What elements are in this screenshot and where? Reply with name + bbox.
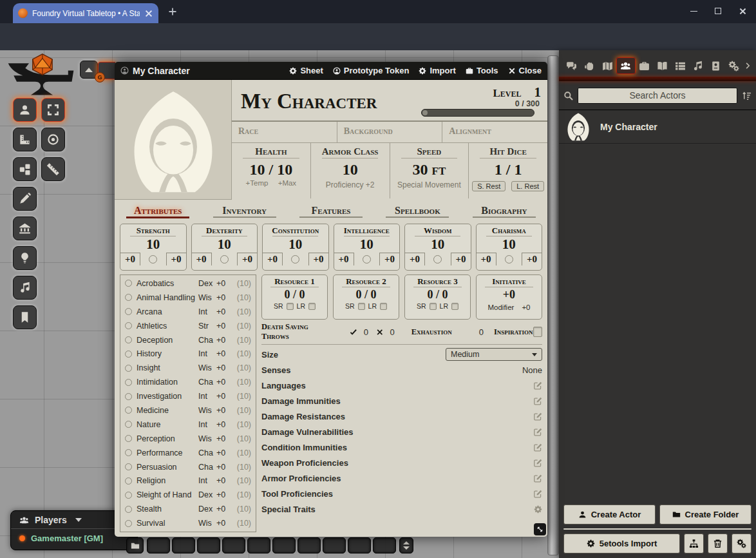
armor-class-value[interactable]: 10 — [311, 160, 390, 179]
skill-row[interactable]: Deception Cha +0 (10) — [120, 333, 256, 347]
macro-slot[interactable] — [197, 537, 220, 553]
sidebar-tab-settings[interactable] — [724, 57, 742, 74]
skill-row[interactable]: Insight Wis +0 (10) — [120, 361, 256, 375]
short-rest-checkbox[interactable] — [287, 303, 294, 310]
skill-row[interactable]: Religion Int +0 (10) — [120, 474, 256, 488]
macro-slot[interactable] — [147, 537, 170, 553]
create-actor-button[interactable]: Create Actor — [563, 505, 656, 524]
ability-name[interactable]: Intelligence — [334, 226, 400, 236]
skill-proficiency-toggle[interactable] — [125, 421, 132, 428]
character-name[interactable]: My Character — [241, 82, 421, 120]
macro-slot[interactable] — [373, 537, 396, 553]
alignment-field[interactable]: Alignment — [442, 122, 547, 142]
ability-save[interactable]: +0 — [405, 253, 425, 265]
search-input[interactable] — [578, 88, 737, 104]
long-rest-checkbox[interactable] — [380, 303, 387, 310]
sidebar-tab-journal[interactable] — [654, 57, 672, 74]
ability-name[interactable]: Dexterity — [192, 226, 258, 236]
size-select[interactable]: Medium — [446, 348, 542, 361]
skill-row[interactable]: Intimidation Cha +0 (10) — [120, 375, 256, 389]
resource-value[interactable]: 0 / 0 — [334, 287, 399, 302]
skill-proficiency-toggle[interactable] — [125, 520, 132, 527]
sidebar-tab-tables[interactable] — [671, 57, 689, 74]
skill-row[interactable]: Stealth Dex +0 (10) — [120, 502, 256, 516]
proficiency-toggle[interactable] — [433, 255, 442, 264]
edit-icon[interactable] — [534, 474, 542, 483]
macro-slot[interactable] — [298, 537, 321, 553]
subtool-target[interactable] — [41, 128, 65, 151]
window-close-button[interactable] — [733, 3, 752, 19]
ability-score[interactable]: 10 — [120, 236, 186, 253]
sheet-tab[interactable]: Spellbook — [374, 205, 460, 222]
ability-mod[interactable]: +0 — [166, 253, 186, 265]
sheet-tab[interactable]: Attributes — [115, 205, 201, 222]
ability-score[interactable]: 10 — [192, 236, 258, 253]
sidebar-collapse-button[interactable] — [742, 57, 752, 74]
skill-proficiency-toggle[interactable] — [125, 477, 132, 485]
ability-name[interactable]: Charisma — [477, 226, 542, 236]
tool-measure-controls[interactable] — [13, 128, 37, 151]
ability-mod[interactable]: +0 — [379, 253, 399, 265]
tool-lighting-controls[interactable] — [13, 246, 37, 270]
skill-proficiency-toggle[interactable] — [125, 506, 132, 513]
sidebar-tab-chat[interactable] — [563, 57, 581, 74]
tool-tile-controls[interactable] — [13, 157, 37, 181]
skill-proficiency-toggle[interactable] — [125, 463, 132, 470]
short-rest-checkbox[interactable] — [430, 303, 437, 310]
window-titlebar[interactable]: My Character Sheet Prototype Token Impor… — [115, 62, 547, 80]
proficiency-toggle[interactable] — [291, 255, 299, 264]
skill-row[interactable]: Sleight of Hand Dex +0 (10) — [120, 488, 256, 502]
skill-row[interactable]: Arcana Int +0 (10) — [120, 305, 256, 319]
health-value[interactable]: 10 / 10 — [232, 160, 310, 179]
inspiration-checkbox[interactable] — [533, 327, 542, 337]
actor-entry[interactable]: My Character — [559, 110, 756, 144]
skill-row[interactable]: Perception Wis +0 (10) — [120, 432, 256, 446]
max-hp-label[interactable]: +Max — [278, 179, 296, 187]
long-rest-checkbox[interactable] — [308, 303, 316, 310]
macro-slot[interactable] — [172, 537, 195, 553]
ability-score[interactable]: 10 — [334, 236, 400, 253]
delete-button[interactable] — [708, 534, 728, 553]
ability-save[interactable]: +0 — [334, 253, 354, 265]
tool-drawing-controls[interactable] — [13, 187, 37, 211]
skill-row[interactable]: Athletics Str +0 (10) — [120, 319, 256, 333]
create-folder-button[interactable]: Create Folder — [659, 505, 751, 524]
window-resize-handle[interactable] — [534, 523, 546, 535]
window-title-group[interactable]: My Character — [120, 66, 279, 76]
ability-name[interactable]: Constitution — [263, 226, 328, 236]
resource-value[interactable]: 0 / 0 — [262, 287, 327, 302]
canvas-scrollbar[interactable] — [547, 55, 559, 555]
sheet-tab[interactable]: Features — [288, 205, 374, 222]
sheet-tab[interactable]: Inventory — [201, 205, 287, 222]
skill-proficiency-toggle[interactable] — [125, 379, 132, 386]
sidebar-tab-playlists[interactable] — [689, 57, 707, 74]
skill-proficiency-toggle[interactable] — [125, 435, 132, 442]
special-movement-label[interactable]: Special Movement — [390, 180, 469, 189]
ability-name[interactable]: Strength — [120, 226, 186, 236]
skill-proficiency-toggle[interactable] — [125, 492, 132, 499]
sidebar-tab-compendium[interactable] — [707, 57, 725, 74]
proficiency-toggle[interactable] — [363, 255, 371, 264]
skill-proficiency-toggle[interactable] — [125, 351, 132, 358]
gear-icon[interactable] — [534, 505, 542, 514]
exhaustion-value[interactable]: 0 — [479, 327, 484, 337]
background-field[interactable]: Background — [337, 122, 442, 142]
proficiency-toggle[interactable] — [505, 255, 513, 264]
level-value[interactable]: 1 — [534, 84, 542, 101]
prototype-token-button[interactable]: Prototype Token — [333, 66, 410, 75]
resource-label[interactable]: Resource 3 — [405, 276, 470, 287]
skill-row[interactable]: Persuasion Cha +0 (10) — [120, 460, 256, 474]
sidebar-tab-actors[interactable] — [616, 57, 636, 74]
ability-mod[interactable]: +0 — [308, 253, 328, 265]
short-rest-checkbox[interactable] — [358, 303, 365, 310]
close-sheet-button[interactable]: Close — [508, 66, 542, 75]
skill-row[interactable]: Survival Wis +0 (10) — [120, 516, 256, 530]
skill-proficiency-toggle[interactable] — [125, 294, 132, 301]
macro-page-button[interactable] — [399, 537, 413, 553]
resource-label[interactable]: Resource 2 — [334, 276, 399, 287]
skill-proficiency-toggle[interactable] — [125, 322, 132, 329]
ability-mod[interactable]: +0 — [522, 253, 542, 265]
edit-icon[interactable] — [534, 412, 542, 421]
xp-text[interactable]: 0 / 300 — [421, 99, 540, 108]
new-tab-button[interactable] — [166, 5, 179, 18]
